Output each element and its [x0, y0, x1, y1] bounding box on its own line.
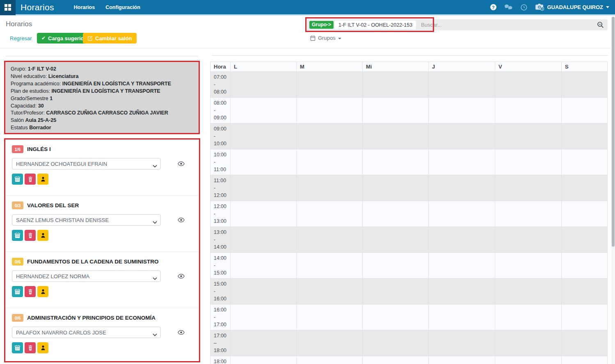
change-room-button[interactable]: Cambiar salón — [83, 33, 137, 43]
schedule-slot[interactable] — [231, 304, 297, 330]
schedule-slot[interactable] — [429, 124, 495, 149]
user-menu[interactable]: GUADALUPE QUIROZ — [535, 3, 610, 11]
schedule-slot[interactable] — [495, 356, 562, 364]
schedule-slot[interactable] — [495, 98, 562, 124]
schedule-slot[interactable] — [297, 304, 363, 330]
teacher-select[interactable]: PALAFOX NAVARRO CARLOS JOSE — [12, 327, 161, 338]
schedule-slot[interactable] — [297, 356, 363, 364]
teacher-select[interactable]: HERNANDEZ LOPEZ NORMA — [12, 270, 161, 282]
schedule-slot[interactable] — [231, 175, 297, 201]
view-teacher-icon[interactable] — [178, 217, 185, 222]
view-teacher-icon[interactable] — [178, 274, 185, 279]
schedule-slot[interactable] — [429, 253, 495, 279]
schedule-slot[interactable] — [562, 149, 608, 175]
schedule-slot[interactable] — [429, 175, 495, 201]
schedule-slot[interactable] — [363, 72, 429, 98]
schedule-slot[interactable] — [429, 279, 495, 304]
schedule-slot[interactable] — [429, 149, 495, 175]
schedule-slot[interactable] — [231, 149, 297, 175]
search-icon[interactable] — [597, 21, 604, 28]
schedule-slot[interactable] — [231, 72, 297, 98]
schedule-slot[interactable] — [495, 304, 562, 330]
schedule-slot[interactable] — [495, 227, 562, 253]
schedule-slot[interactable] — [429, 227, 495, 253]
nav-link-horarios[interactable]: Horarios — [74, 5, 95, 10]
scrollbar-track[interactable] — [611, 16, 615, 364]
schedule-slot[interactable] — [429, 330, 495, 356]
apps-menu-button[interactable] — [0, 0, 16, 15]
schedule-slot[interactable] — [231, 279, 297, 304]
delete-subject-button[interactable] — [25, 286, 36, 297]
back-link[interactable]: Regresar — [10, 35, 32, 41]
schedule-slot[interactable] — [495, 175, 562, 201]
schedule-slot[interactable] — [297, 201, 363, 227]
schedule-slot[interactable] — [562, 356, 608, 364]
schedule-slot[interactable] — [562, 227, 608, 253]
delete-subject-button[interactable] — [25, 174, 36, 185]
teacher-select[interactable]: SAENZ LEMUS CHRISTIAN DENISSE — [12, 214, 161, 226]
grupos-dropdown-toggle[interactable]: Grupos — [310, 35, 341, 41]
schedule-slot[interactable] — [231, 330, 297, 356]
schedule-slot[interactable] — [429, 356, 495, 364]
schedule-slot[interactable] — [363, 279, 429, 304]
schedule-slot[interactable] — [495, 124, 562, 149]
schedule-slot[interactable] — [562, 124, 608, 149]
schedule-slot[interactable] — [495, 330, 562, 356]
schedule-slot[interactable] — [231, 124, 297, 149]
schedule-slot[interactable] — [562, 279, 608, 304]
schedule-slot[interactable] — [297, 124, 363, 149]
schedule-slot[interactable] — [297, 279, 363, 304]
assign-teacher-button[interactable] — [37, 342, 48, 353]
schedule-slot[interactable] — [363, 149, 429, 175]
schedule-subject-button[interactable] — [12, 230, 23, 241]
schedule-slot[interactable] — [495, 149, 562, 175]
schedule-slot[interactable] — [495, 253, 562, 279]
teacher-select[interactable]: HERNANDEZ OCHOATEGUI EFRAIN — [12, 158, 161, 169]
schedule-slot[interactable] — [562, 175, 608, 201]
help-icon[interactable]: ? — [490, 4, 496, 10]
schedule-slot[interactable] — [562, 253, 608, 279]
schedule-slot[interactable] — [429, 72, 495, 98]
schedule-slot[interactable] — [231, 201, 297, 227]
search-bar[interactable]: Grupo-> 1-F ILT V-02 - OOHEL-2022-153 — [306, 19, 608, 30]
schedule-slot[interactable] — [297, 330, 363, 356]
scrollbar-thumb[interactable] — [612, 17, 615, 247]
chat-icon[interactable] — [504, 4, 513, 10]
schedule-slot[interactable] — [363, 356, 429, 364]
delete-subject-button[interactable] — [25, 230, 36, 241]
schedule-slot[interactable] — [231, 356, 297, 364]
schedule-subject-button[interactable] — [12, 342, 23, 353]
assign-teacher-button[interactable] — [37, 286, 48, 297]
schedule-slot[interactable] — [363, 201, 429, 227]
schedule-slot[interactable] — [363, 227, 429, 253]
search-input[interactable] — [421, 22, 470, 28]
schedule-slot[interactable] — [495, 201, 562, 227]
schedule-slot[interactable] — [297, 227, 363, 253]
schedule-slot[interactable] — [562, 201, 608, 227]
view-teacher-icon[interactable] — [178, 330, 185, 335]
schedule-slot[interactable] — [297, 98, 363, 124]
schedule-slot[interactable] — [297, 149, 363, 175]
schedule-subject-button[interactable] — [12, 286, 23, 297]
schedule-slot[interactable] — [562, 330, 608, 356]
schedule-slot[interactable] — [363, 253, 429, 279]
clock-icon[interactable] — [521, 4, 527, 11]
delete-subject-button[interactable] — [25, 342, 36, 353]
schedule-slot[interactable] — [429, 304, 495, 330]
schedule-slot[interactable] — [297, 253, 363, 279]
schedule-slot[interactable] — [562, 304, 608, 330]
schedule-slot[interactable] — [231, 98, 297, 124]
schedule-slot[interactable] — [562, 98, 608, 124]
schedule-slot[interactable] — [363, 304, 429, 330]
schedule-slot[interactable] — [429, 98, 495, 124]
schedule-slot[interactable] — [495, 279, 562, 304]
schedule-slot[interactable] — [363, 124, 429, 149]
nav-link-configuracion[interactable]: Configuración — [105, 5, 140, 10]
schedule-slot[interactable] — [363, 98, 429, 124]
schedule-slot[interactable] — [495, 72, 562, 98]
schedule-slot[interactable] — [297, 72, 363, 98]
view-teacher-icon[interactable] — [178, 161, 185, 166]
assign-teacher-button[interactable] — [37, 174, 48, 185]
assign-teacher-button[interactable] — [37, 230, 48, 241]
schedule-slot[interactable] — [231, 227, 297, 253]
